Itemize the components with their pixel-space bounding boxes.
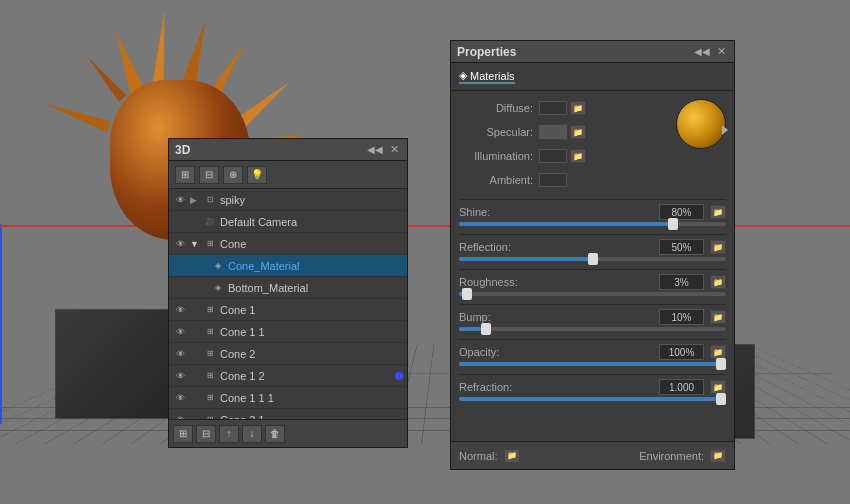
layer-item-cone12[interactable]: 👁 ⊞ Cone 1 2 [169, 365, 407, 387]
eye-icon-cone111[interactable]: 👁 [173, 391, 187, 405]
slider-track-refraction[interactable] [459, 397, 726, 401]
bottom-btn-table[interactable]: ⊟ [196, 425, 216, 443]
illumination-folder-icon[interactable]: 📁 [570, 149, 586, 163]
slider-folder-roughness[interactable]: 📁 [710, 275, 726, 289]
layer-item-cone-material[interactable]: 👁 ◈ Cone_Material [169, 255, 407, 277]
slider-track-roughness[interactable] [459, 292, 726, 296]
slider-track-bump[interactable] [459, 327, 726, 331]
prop-row-ambient: Ambient: [459, 169, 726, 191]
slider-folder-shine[interactable]: 📁 [710, 205, 726, 219]
slider-folder-opacity[interactable]: 📁 [710, 345, 726, 359]
layer-item-cone1[interactable]: 👁 ⊞ Cone 1 [169, 299, 407, 321]
props-collapse-btn[interactable]: ◀◀ [694, 46, 710, 57]
slider-value-bump[interactable]: 10% [659, 309, 704, 325]
slider-row-reflection: Reflection: 50% 📁 [459, 239, 726, 261]
bottom-btn-up[interactable]: ↑ [219, 425, 239, 443]
panel-3d-title: 3D [175, 143, 190, 157]
layer-icon-bottom-material: ◈ [211, 281, 225, 295]
layer-name-spiky: spiky [220, 194, 403, 206]
slider-label-shine: Shine: [459, 206, 539, 218]
slider-label-roughness: Roughness: [459, 276, 539, 288]
layer-icon-cone11: ⊞ [203, 325, 217, 339]
slider-folder-bump[interactable]: 📁 [710, 310, 726, 324]
layer-icon-cone2: ⊞ [203, 347, 217, 361]
diffuse-swatch[interactable] [539, 101, 567, 115]
blue-dot-cone12 [395, 372, 403, 380]
layer-icon-cone12: ⊞ [203, 369, 217, 383]
slider-folder-refraction[interactable]: 📁 [710, 380, 726, 394]
props-header-icons: ◀◀ ✕ [694, 45, 728, 59]
toolbar-table-btn[interactable]: ⊟ [199, 166, 219, 184]
eye-icon-cone11[interactable]: 👁 [173, 325, 187, 339]
layer-name-cone111: Cone 1 1 1 [220, 392, 403, 404]
tab-materials[interactable]: ◈ Materials [459, 69, 515, 84]
prop-label-diffuse: Diffuse: [459, 102, 539, 114]
environment-label: Environment: [639, 450, 704, 462]
prop-label-ambient: Ambient: [459, 174, 539, 186]
prop-label-specular: Specular: [459, 126, 539, 138]
layer-item-cone111[interactable]: 👁 ⊞ Cone 1 1 1 [169, 387, 407, 409]
panel-3d: 3D ◀◀ ✕ ⊞ ⊟ ⊕ 💡 👁 ▶ ⊡ spiky 👁 🎥 Default … [168, 138, 408, 448]
normal-label: Normal: [459, 450, 498, 462]
slider-label-reflection: Reflection: [459, 241, 539, 253]
layer-item-cone[interactable]: 👁 ▼ ⊞ Cone [169, 233, 407, 255]
bottom-btn-grid[interactable]: ⊞ [173, 425, 193, 443]
normal-folder-icon[interactable]: 📁 [504, 449, 520, 463]
slider-track-opacity[interactable] [459, 362, 726, 366]
layer-item-bottom-material[interactable]: 👁 ◈ Bottom_Material [169, 277, 407, 299]
slider-label-refraction: Refraction: [459, 381, 539, 393]
specular-swatch[interactable] [539, 125, 567, 139]
slider-track-shine[interactable] [459, 222, 726, 226]
layer-item-cone2[interactable]: 👁 ⊞ Cone 2 [169, 343, 407, 365]
layer-name-cone11: Cone 1 1 [220, 326, 403, 338]
layer-item-camera[interactable]: 👁 🎥 Default Camera [169, 211, 407, 233]
slider-row-roughness: Roughness: 3% 📁 [459, 274, 726, 296]
slider-track-reflection[interactable] [459, 257, 726, 261]
bottom-btn-down[interactable]: ↓ [242, 425, 262, 443]
eye-icon-cone[interactable]: 👁 [173, 237, 187, 251]
props-bottom-bar: Normal: 📁 Environment: 📁 [451, 441, 734, 469]
diffuse-folder-icon[interactable]: 📁 [570, 101, 586, 115]
eye-icon-cone1[interactable]: 👁 [173, 303, 187, 317]
eye-icon-cone2[interactable]: 👁 [173, 347, 187, 361]
layer-item-spiky[interactable]: 👁 ▶ ⊡ spiky [169, 189, 407, 211]
layer-icon-cone-material: ◈ [211, 259, 225, 273]
slider-value-opacity[interactable]: 100% [659, 344, 704, 360]
layer-name-camera: Default Camera [220, 216, 403, 228]
environment-folder-icon[interactable]: 📁 [710, 449, 726, 463]
panel-3d-bottom-toolbar: ⊞ ⊟ ↑ ↓ 🗑 [169, 419, 407, 447]
slider-label-bump: Bump: [459, 311, 539, 323]
layer-name-bottom-material: Bottom_Material [228, 282, 403, 294]
layer-icon-spiky: ⊡ [203, 193, 217, 207]
layer-icon-cone1: ⊞ [203, 303, 217, 317]
material-sphere [676, 99, 726, 149]
slider-value-reflection[interactable]: 50% [659, 239, 704, 255]
bottom-btn-delete[interactable]: 🗑 [265, 425, 285, 443]
slider-value-shine[interactable]: 80% [659, 204, 704, 220]
slider-row-refraction: Refraction: 1.000 📁 [459, 379, 726, 401]
panel-3d-header: 3D ◀◀ ✕ [169, 139, 407, 161]
props-header: Properties ◀◀ ✕ [451, 41, 734, 63]
illumination-swatch[interactable] [539, 149, 567, 163]
props-close-btn[interactable]: ✕ [714, 45, 728, 59]
slider-folder-reflection[interactable]: 📁 [710, 240, 726, 254]
toolbar-grid-btn[interactable]: ⊞ [175, 166, 195, 184]
specular-folder-icon[interactable]: 📁 [570, 125, 586, 139]
layer-item-cone11[interactable]: 👁 ⊞ Cone 1 1 [169, 321, 407, 343]
material-preview[interactable] [676, 99, 726, 149]
ambient-swatch[interactable] [539, 173, 567, 187]
toolbar-light-btn[interactable]: 💡 [247, 166, 267, 184]
panel-3d-toolbar: ⊞ ⊟ ⊕ 💡 [169, 161, 407, 189]
panel-3d-close-btn[interactable]: ✕ [387, 143, 401, 157]
eye-icon-cone12[interactable]: 👁 [173, 369, 187, 383]
eye-icon-spiky[interactable]: 👁 [173, 193, 187, 207]
slider-row-bump: Bump: 10% 📁 [459, 309, 726, 331]
panel-3d-collapse-btn[interactable]: ◀◀ [367, 144, 383, 155]
slider-value-refraction[interactable]: 1.000 [659, 379, 704, 395]
layer-name-cone2: Cone 2 [220, 348, 403, 360]
material-sphere-arrow[interactable] [722, 125, 728, 135]
slider-value-roughness[interactable]: 3% [659, 274, 704, 290]
layer-item-cone21[interactable]: 👁 ⊞ Cone 2 1 [169, 409, 407, 419]
toolbar-move-btn[interactable]: ⊕ [223, 166, 243, 184]
slider-section: Shine: 80% 📁 Reflection: 50% 📁 [451, 200, 734, 401]
